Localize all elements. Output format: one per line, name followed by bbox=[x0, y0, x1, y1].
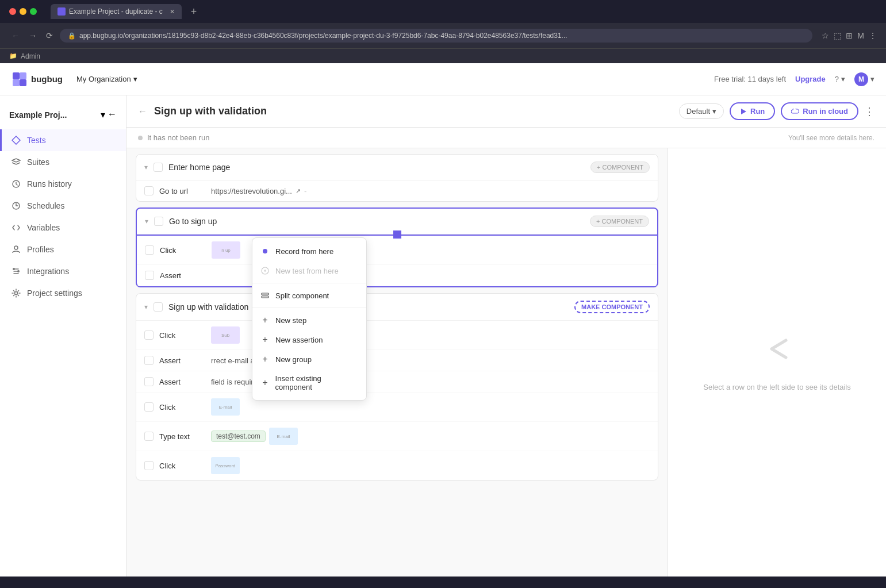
sidebar-item-integrations[interactable]: Integrations bbox=[0, 260, 126, 282]
profile-dropdown[interactable]: Default ▾ bbox=[679, 103, 724, 119]
plus-icon-3: + bbox=[260, 355, 270, 364]
menu-item-new-step[interactable]: + New step bbox=[252, 310, 366, 330]
user-menu-button[interactable]: M ▾ bbox=[854, 72, 875, 86]
browser-navigation: ← → ⟳ 🔒 app.bugbug.io/organizations/1819… bbox=[0, 23, 886, 48]
run-cloud-button[interactable]: Run in cloud bbox=[781, 102, 858, 120]
browser-chrome: Example Project - duplicate - c ✕ + ← → … bbox=[0, 0, 886, 63]
lock-icon: 🔒 bbox=[68, 32, 76, 40]
forward-button[interactable]: → bbox=[26, 29, 39, 43]
new-tab-button[interactable]: + bbox=[186, 6, 202, 18]
status-hint: You'll see more details here. bbox=[788, 134, 875, 142]
test-header-left: ← Sign up with validation bbox=[138, 105, 267, 117]
window-controls bbox=[9, 8, 37, 15]
step-name-click-2: Click bbox=[159, 331, 205, 340]
status-bar: It has not been run You'll see more deta… bbox=[126, 128, 886, 148]
sidebar-item-schedules[interactable]: Schedules bbox=[0, 195, 126, 217]
group-name-enter-home-page: Enter home page bbox=[168, 163, 585, 172]
step-row-click-3[interactable]: Click E-mail bbox=[136, 393, 658, 422]
cloud-icon bbox=[791, 109, 799, 114]
step-checkbox-assert-1[interactable] bbox=[145, 271, 154, 280]
play-icon bbox=[740, 108, 747, 115]
project-selector[interactable]: Example Proj... ▾ ← bbox=[0, 105, 126, 125]
more-options-button[interactable]: ⋮ bbox=[864, 105, 875, 118]
component-badge-enter-home-page[interactable]: + COMPONENT bbox=[590, 162, 650, 173]
step-row-assert-3[interactable]: Assert field is require bbox=[136, 371, 658, 393]
menu-item-split-label: Split component bbox=[275, 291, 329, 300]
back-button[interactable]: ← bbox=[9, 29, 22, 43]
group-chevron-icon[interactable]: ▾ bbox=[145, 217, 148, 225]
step-checkbox-click-2[interactable] bbox=[144, 330, 154, 340]
help-button[interactable]: ? ▾ bbox=[835, 75, 845, 83]
reload-button[interactable]: ⟳ bbox=[44, 29, 55, 43]
extensions-icon[interactable]: ⬚ bbox=[834, 31, 841, 40]
profile-icon[interactable]: M bbox=[857, 31, 864, 40]
run-button[interactable]: Run bbox=[730, 102, 775, 120]
address-bar[interactable]: 🔒 app.bugbug.io/organizations/18195c93-d… bbox=[60, 29, 812, 43]
menu-item-new-test-from-here: New test from here bbox=[252, 261, 366, 280]
close-button[interactable] bbox=[9, 8, 16, 15]
sidebar-item-suites[interactable]: Suites bbox=[0, 151, 126, 173]
step-checkbox-type-text-1[interactable] bbox=[144, 432, 154, 441]
upgrade-button[interactable]: Upgrade bbox=[795, 75, 826, 83]
step-row-assert-2[interactable]: Assert rrect e-mail add bbox=[136, 350, 658, 371]
step-checkbox-assert-2[interactable] bbox=[144, 356, 154, 365]
step-row-click-1[interactable]: Click n up bbox=[137, 236, 657, 265]
step-name-type-text-1: Type text bbox=[159, 432, 205, 441]
menu-item-split-component[interactable]: Split component bbox=[252, 286, 366, 305]
menu-item-new-assertion-label: New assertion bbox=[275, 336, 323, 344]
step-name-click-3: Click bbox=[159, 403, 205, 412]
step-row-click-4[interactable]: Click Password bbox=[136, 451, 658, 480]
sidebar-item-project-settings[interactable]: Project settings bbox=[0, 282, 126, 304]
menu-item-new-assertion[interactable]: + New assertion bbox=[252, 330, 366, 349]
status-left: It has not been run bbox=[138, 133, 209, 142]
sidebar-item-project-settings-label: Project settings bbox=[27, 289, 82, 298]
step-row-assert-1[interactable]: Assert bbox=[137, 265, 657, 286]
sidebar-item-profiles-label: Profiles bbox=[27, 245, 54, 254]
sidebar-item-runs-history[interactable]: Runs history bbox=[0, 173, 126, 195]
component-badge-go-to-sign-up[interactable]: + COMPONENT bbox=[590, 216, 649, 227]
step-row-click-2[interactable]: Click Sub bbox=[136, 321, 658, 350]
external-link-icon[interactable]: ↗ bbox=[296, 187, 301, 195]
make-component-badge[interactable]: MAKE COMPONENT bbox=[574, 301, 650, 313]
group-chevron-icon[interactable]: ▾ bbox=[144, 163, 148, 171]
maximize-button[interactable] bbox=[30, 8, 37, 15]
step-name-assert-2: Assert bbox=[159, 356, 205, 365]
step-checkbox-go-to-url[interactable] bbox=[144, 186, 154, 195]
org-selector[interactable]: My Organization ▾ bbox=[72, 72, 142, 86]
step-value-go-to-url: https://testrevolution.gi... ↗ - bbox=[211, 187, 650, 195]
minimize-button[interactable] bbox=[20, 8, 26, 15]
back-to-tests-button[interactable]: ← bbox=[138, 106, 147, 117]
org-name: My Organization bbox=[76, 75, 131, 83]
step-checkbox-click-1[interactable] bbox=[145, 245, 154, 255]
group-checkbox[interactable] bbox=[154, 163, 163, 172]
admin-bar: 📁 Admin bbox=[0, 48, 886, 63]
sidebar-item-tests[interactable]: Tests bbox=[0, 129, 126, 151]
sidebar-toggle-icon[interactable]: ⊞ bbox=[846, 31, 853, 40]
menu-item-new-group[interactable]: + New group bbox=[252, 349, 366, 369]
project-back-icon: ← bbox=[108, 109, 117, 120]
browser-nav-icons: ☆ ⬚ ⊞ M ⋮ bbox=[822, 31, 877, 40]
plus-icon-4: + bbox=[260, 378, 270, 387]
step-row-type-text-1[interactable]: Type text test@test.com E-mail bbox=[136, 422, 658, 451]
context-menu[interactable]: Record from here New test from here bbox=[252, 237, 367, 401]
logo: bugbug bbox=[11, 71, 63, 87]
tab-close-button[interactable]: ✕ bbox=[170, 8, 175, 16]
group-checkbox[interactable] bbox=[154, 217, 163, 226]
step-name-assert-3: Assert bbox=[159, 378, 205, 386]
bookmark-icon[interactable]: ☆ bbox=[822, 31, 829, 40]
step-checkbox-click-3[interactable] bbox=[144, 402, 154, 412]
sidebar-item-variables[interactable]: Variables bbox=[0, 217, 126, 239]
admin-label: Admin bbox=[21, 52, 40, 60]
menu-item-insert-component[interactable]: + Insert existing component bbox=[252, 369, 366, 397]
group-checkbox[interactable] bbox=[154, 302, 163, 312]
menu-icon[interactable]: ⋮ bbox=[869, 31, 877, 40]
active-tab[interactable]: Example Project - duplicate - c ✕ bbox=[51, 4, 182, 19]
step-checkbox-click-4[interactable] bbox=[144, 461, 154, 470]
sidebar-item-integrations-label: Integrations bbox=[27, 267, 69, 276]
step-row-go-to-url[interactable]: Go to url https://testrevolution.gi... ↗… bbox=[136, 180, 658, 201]
step-checkbox-assert-3[interactable] bbox=[144, 377, 154, 386]
sidebar-item-profiles[interactable]: Profiles bbox=[0, 239, 126, 260]
menu-item-record-from-here[interactable]: Record from here bbox=[252, 241, 366, 261]
steps-detail-panel: Select a row on the left side to see its… bbox=[668, 148, 886, 577]
group-chevron-icon[interactable]: ▾ bbox=[144, 303, 148, 311]
